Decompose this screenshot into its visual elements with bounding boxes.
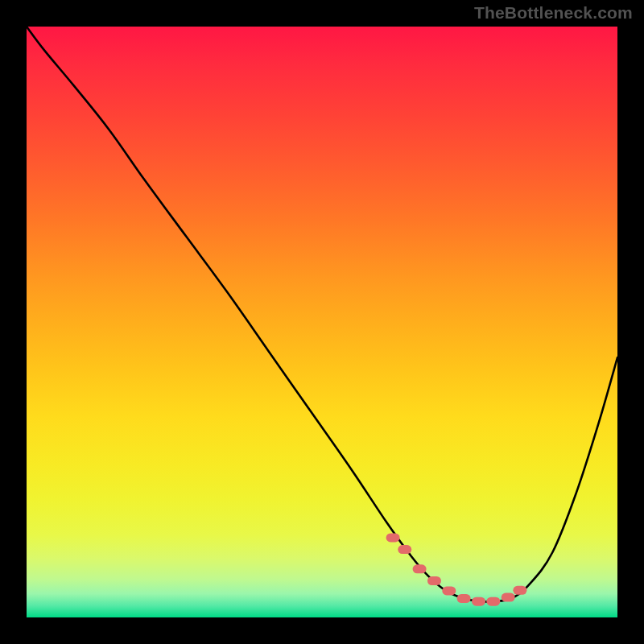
marker-dot (427, 576, 441, 585)
chart-svg (27, 27, 617, 617)
marker-dot (502, 593, 515, 602)
marker-dot (457, 594, 471, 603)
plot-area (27, 27, 617, 617)
marker-dot (386, 533, 400, 542)
marker-dot (513, 586, 526, 595)
marker-dot (442, 586, 456, 595)
chart-frame: TheBottleneck.com (0, 0, 644, 644)
bottleneck-curve (27, 27, 617, 602)
marker-dot (486, 597, 500, 606)
watermark-text: TheBottleneck.com (474, 3, 633, 23)
marker-dot (472, 597, 485, 606)
marker-dot (398, 545, 411, 554)
marker-dot (413, 564, 427, 573)
